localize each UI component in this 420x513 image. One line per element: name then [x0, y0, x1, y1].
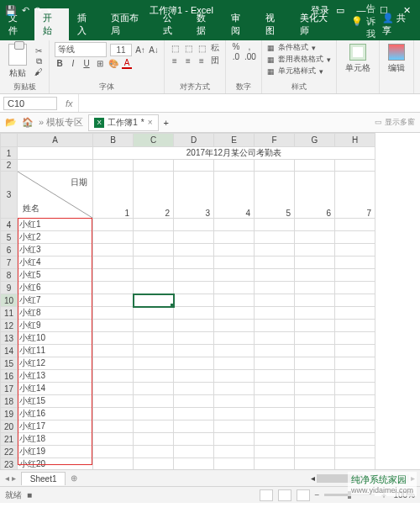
- cell[interactable]: [174, 433, 214, 446]
- tab-review[interactable]: 审阅: [223, 8, 257, 40]
- name-cell[interactable]: 小红3: [18, 244, 93, 256]
- cell[interactable]: [214, 433, 255, 446]
- cell[interactable]: [134, 383, 174, 395]
- wrap-text-icon[interactable]: 秐: [210, 42, 220, 54]
- border-icon[interactable]: ⊞: [95, 59, 105, 68]
- cell[interactable]: [214, 395, 255, 408]
- cell[interactable]: [335, 269, 375, 282]
- cell[interactable]: [93, 320, 134, 332]
- row-header[interactable]: 7: [1, 256, 18, 269]
- cell[interactable]: [295, 357, 335, 370]
- cell[interactable]: [295, 231, 335, 244]
- cell[interactable]: [214, 420, 255, 433]
- row-header[interactable]: 5: [1, 231, 18, 244]
- cell[interactable]: [134, 408, 174, 420]
- cell[interactable]: [295, 446, 335, 458]
- align-right-icon[interactable]: ≡: [197, 56, 207, 66]
- cells-button[interactable]: 单元格: [342, 42, 374, 76]
- row-header[interactable]: 3: [1, 172, 18, 219]
- cell[interactable]: [295, 269, 335, 282]
- cell[interactable]: [335, 320, 375, 332]
- name-cell[interactable]: 小红12: [18, 357, 93, 370]
- qat-more-icon[interactable]: ▾: [47, 5, 52, 16]
- cell[interactable]: [174, 160, 214, 172]
- name-cell[interactable]: 小红6: [18, 282, 93, 294]
- underline-button[interactable]: U: [81, 59, 92, 68]
- cell[interactable]: [255, 256, 295, 269]
- cell[interactable]: [255, 320, 295, 332]
- cell[interactable]: [335, 307, 375, 320]
- column-header[interactable]: D: [174, 134, 214, 147]
- cell[interactable]: [295, 458, 335, 470]
- cell[interactable]: [93, 383, 134, 395]
- cell[interactable]: [214, 446, 255, 458]
- name-cell[interactable]: 小红9: [18, 320, 93, 332]
- cell[interactable]: [174, 332, 214, 345]
- grow-font-icon[interactable]: A↑: [135, 45, 145, 55]
- view-pagebreak-icon[interactable]: [297, 489, 310, 501]
- tab-view[interactable]: 视图: [257, 8, 291, 40]
- align-center-icon[interactable]: ≡: [183, 56, 193, 66]
- bold-button[interactable]: B: [55, 59, 65, 68]
- align-top-icon[interactable]: ⬚: [170, 44, 180, 53]
- zoom-out-icon[interactable]: −: [315, 490, 320, 500]
- cell[interactable]: [214, 307, 255, 320]
- column-header[interactable]: E: [214, 134, 255, 147]
- cell[interactable]: [255, 345, 295, 357]
- cell[interactable]: [93, 395, 134, 408]
- italic-button[interactable]: I: [68, 59, 78, 68]
- tab-data[interactable]: 数据: [188, 8, 223, 40]
- format-as-table-button[interactable]: ▦ 套用表格格式▾: [267, 54, 331, 65]
- cell[interactable]: [214, 244, 255, 256]
- cell[interactable]: [335, 219, 375, 231]
- column-number-cell[interactable]: 7: [335, 172, 375, 219]
- cell[interactable]: [335, 446, 375, 458]
- cell[interactable]: [134, 320, 174, 332]
- worksheet-grid[interactable]: ABCDEFGH12017年12月某公司考勤表23日期姓名12345674小红1…: [0, 133, 420, 469]
- cell[interactable]: [335, 420, 375, 433]
- cell[interactable]: [295, 395, 335, 408]
- cell[interactable]: [93, 408, 134, 420]
- cell[interactable]: [255, 446, 295, 458]
- cell[interactable]: [335, 256, 375, 269]
- cell[interactable]: [335, 282, 375, 294]
- sheet-nav-icon[interactable]: ◂ ▸: [0, 473, 21, 483]
- cell[interactable]: [214, 160, 255, 172]
- editing-button[interactable]: 编辑: [385, 42, 408, 76]
- cell[interactable]: [18, 160, 93, 172]
- name-cell[interactable]: 小红18: [18, 433, 93, 446]
- cell[interactable]: [335, 357, 375, 370]
- cell[interactable]: [335, 395, 375, 408]
- cell[interactable]: [335, 383, 375, 395]
- cell[interactable]: [335, 345, 375, 357]
- name-cell[interactable]: 小红5: [18, 269, 93, 282]
- cell[interactable]: [134, 332, 174, 345]
- cell[interactable]: [214, 357, 255, 370]
- cell[interactable]: [214, 383, 255, 395]
- cell[interactable]: [295, 294, 335, 307]
- row-header[interactable]: 19: [1, 408, 18, 420]
- cell[interactable]: [134, 345, 174, 357]
- column-header[interactable]: B: [93, 134, 134, 147]
- cell[interactable]: [174, 420, 214, 433]
- percent-icon[interactable]: %: [231, 42, 241, 51]
- row-header[interactable]: 9: [1, 282, 18, 294]
- row-header[interactable]: 18: [1, 395, 18, 408]
- view-layout-icon[interactable]: [278, 489, 291, 501]
- cell[interactable]: [134, 458, 174, 470]
- column-header[interactable]: H: [335, 134, 375, 147]
- cell[interactable]: [214, 458, 255, 470]
- cell[interactable]: [335, 408, 375, 420]
- select-all-corner[interactable]: [1, 134, 18, 147]
- share-button[interactable]: 👤 共享: [375, 8, 420, 40]
- increase-decimal-icon[interactable]: .0: [231, 52, 241, 61]
- row-header[interactable]: 2: [1, 160, 18, 172]
- align-middle-icon[interactable]: ⬚: [183, 44, 193, 53]
- cell[interactable]: [93, 294, 134, 307]
- column-header[interactable]: A: [18, 134, 93, 147]
- conditional-formatting-button[interactable]: ▦ 条件格式▾: [267, 42, 331, 53]
- cell[interactable]: [93, 256, 134, 269]
- cell[interactable]: [93, 269, 134, 282]
- cell[interactable]: [214, 219, 255, 231]
- row-header[interactable]: 6: [1, 244, 18, 256]
